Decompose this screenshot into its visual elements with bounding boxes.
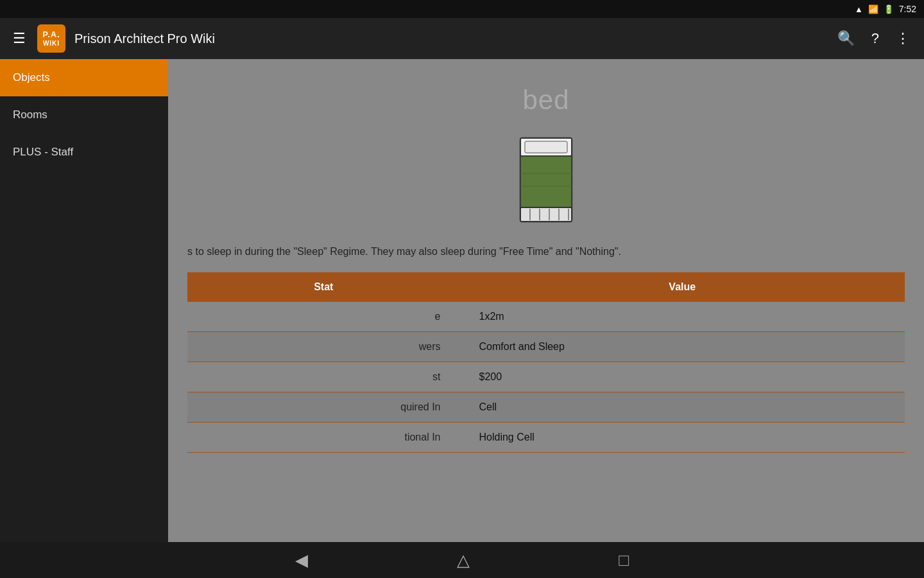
sidebar-item-objects[interactable]: Objects xyxy=(0,59,168,96)
main-layout: Objects Rooms PLUS - Staff bed xyxy=(0,59,924,542)
bed-image xyxy=(517,135,575,225)
back-button[interactable]: ◀ xyxy=(285,548,318,573)
home-button[interactable]: △ xyxy=(447,548,480,573)
status-bar: ▲ 📶 🔋 7:52 xyxy=(0,0,924,18)
sidebar-item-rooms[interactable]: Rooms xyxy=(0,96,168,134)
bottom-nav: ◀ △ □ xyxy=(0,542,924,578)
svg-rect-2 xyxy=(525,141,567,153)
svg-rect-6 xyxy=(520,207,572,222)
stat-cell: wers xyxy=(187,332,460,362)
content-area[interactable]: bed xyxy=(168,59,924,542)
value-cell: Comfort and Sleep xyxy=(460,332,905,362)
logo-pa: P.A. xyxy=(42,30,60,39)
bed-image-container xyxy=(187,122,905,244)
signal-icon: 📶 xyxy=(868,4,878,14)
value-cell: Holding Cell xyxy=(460,423,905,453)
table-body: e 1x2m wers Comfort and Sleep st $200 qu… xyxy=(187,302,905,453)
logo-wiki: WIKI xyxy=(43,40,60,47)
search-icon[interactable]: 🔍 xyxy=(834,26,859,51)
table-row: wers Comfort and Sleep xyxy=(187,332,905,362)
app-logo: P.A. WIKI xyxy=(37,24,65,53)
value-header: Value xyxy=(460,272,905,302)
page-title-area: bed xyxy=(187,72,905,122)
value-cell: 1x2m xyxy=(460,302,905,332)
hamburger-button[interactable]: ☰ xyxy=(10,28,28,49)
help-icon[interactable]: ? xyxy=(868,26,883,51)
description-text: s to sleep in during the "Sleep" Regime.… xyxy=(187,244,905,272)
table-row: st $200 xyxy=(187,362,905,392)
sidebar-item-plus-staff[interactable]: PLUS - Staff xyxy=(0,134,168,171)
value-cell: Cell xyxy=(460,392,905,423)
svg-rect-3 xyxy=(520,156,572,207)
value-cell: $200 xyxy=(460,362,905,392)
app-bar: ☰ P.A. WIKI Prison Architect Pro Wiki 🔍 … xyxy=(0,18,924,59)
table-header-row: Stat Value xyxy=(187,272,905,302)
recent-button[interactable]: □ xyxy=(608,548,639,573)
stat-cell: quired In xyxy=(187,392,460,423)
page-title: bed xyxy=(187,85,905,116)
stat-cell: e xyxy=(187,302,460,332)
stat-cell: st xyxy=(187,362,460,392)
table-row: quired In Cell xyxy=(187,392,905,423)
stats-table: Stat Value e 1x2m wers Comfort and Sleep… xyxy=(187,272,905,453)
table-row: e 1x2m xyxy=(187,302,905,332)
more-options-icon[interactable]: ⋮ xyxy=(892,26,914,51)
wifi-icon: ▲ xyxy=(855,4,863,14)
app-title: Prison Architect Pro Wiki xyxy=(74,31,825,46)
table-row: tional In Holding Cell xyxy=(187,423,905,453)
sidebar: Objects Rooms PLUS - Staff xyxy=(0,59,168,542)
stat-header: Stat xyxy=(187,272,460,302)
battery-icon: 🔋 xyxy=(884,4,894,14)
stat-cell: tional In xyxy=(187,423,460,453)
time-display: 7:52 xyxy=(899,4,916,14)
content-inner: bed xyxy=(168,59,924,472)
